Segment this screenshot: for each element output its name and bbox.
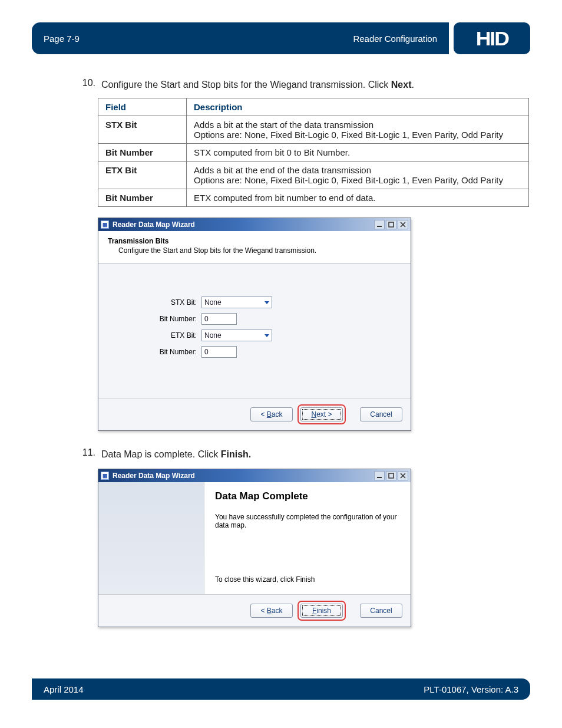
step-text: Configure the Start and Stop bits for th… (101, 78, 529, 92)
complete-line-1: You have successfully completed the conf… (215, 513, 400, 529)
footer-date: April 2014 (44, 684, 84, 694)
label-etx-bit: ETX Bit: (110, 331, 201, 340)
finish-button[interactable]: Finish (300, 604, 343, 618)
wizard-title: Reader Data Map Wizard (113, 220, 195, 229)
wizard-transmission-bits: ▦ Reader Data Map Wizard Transmission Bi… (98, 218, 411, 431)
step-10: 10. Configure the Start and Stop bits fo… (78, 78, 529, 92)
table-row: STX Bit Adds a bit at the start of the d… (98, 116, 529, 144)
wizard-footer: < Back Finish Cancel (98, 594, 411, 627)
page-number: Page 7-9 (44, 34, 80, 44)
step-11: 11. Data Map is complete. Click Finish. (78, 447, 529, 462)
nav-button-group: < Back Next > (250, 404, 346, 424)
back-button[interactable]: < Back (250, 604, 293, 618)
svg-rect-1 (389, 222, 394, 227)
wizard-titlebar[interactable]: ▦ Reader Data Map Wizard (98, 469, 411, 482)
wizard-body: Data Map Complete You have successfully … (98, 482, 411, 594)
minimize-icon[interactable] (374, 220, 385, 229)
step-text-bold: Next (391, 80, 412, 90)
svg-rect-3 (389, 473, 394, 478)
highlight-ring: Finish (297, 601, 346, 621)
wizard-header-title: Transmission Bits (108, 237, 401, 245)
wizard-titlebar[interactable]: ▦ Reader Data Map Wizard (98, 218, 411, 231)
table-row: Bit Number ETX computed from bit number … (98, 189, 529, 207)
close-icon[interactable] (398, 471, 408, 480)
maximize-icon[interactable] (386, 471, 396, 480)
minimize-icon[interactable] (374, 471, 385, 480)
next-button[interactable]: Next > (300, 407, 343, 421)
step-text-part: Data Map is complete. Click (101, 449, 221, 459)
step-number: 11. (78, 447, 95, 462)
app-icon: ▦ (101, 472, 109, 480)
input-bit-number-2[interactable]: 0 (201, 346, 237, 358)
table-row: ETX Bit Adds a bit at the end of the dat… (98, 162, 529, 189)
cell-desc: Adds a bit at the start of the data tran… (187, 116, 529, 144)
input-bit-number-1[interactable]: 0 (201, 313, 237, 325)
nav-button-group: < Back Finish (250, 601, 346, 621)
th-field: Field (98, 98, 187, 116)
complete-heading: Data Map Complete (215, 490, 400, 502)
cell-field: Bit Number (98, 144, 187, 162)
row-etx-bit: ETX Bit: None (110, 330, 399, 341)
cell-desc: Adds a bit at the end of the data transm… (187, 162, 529, 189)
svg-rect-2 (377, 477, 382, 478)
hid-logo: HID (454, 22, 530, 54)
wizard-header: Transmission Bits Configure the Start an… (98, 231, 411, 263)
close-icon[interactable] (398, 220, 408, 229)
row-stx-bit: STX Bit: None (110, 297, 399, 308)
complete-line-2: To close this wizard, click Finish (215, 575, 400, 586)
row-bit-number-2: Bit Number: 0 (110, 346, 399, 358)
step-text-bold: Finish. (221, 449, 252, 459)
table-row: Bit Number STX computed from bit 0 to Bi… (98, 144, 529, 162)
label-bit-number-1: Bit Number: (110, 315, 201, 323)
input-value: 0 (204, 315, 209, 323)
wizard-footer: < Back Next > Cancel (98, 398, 411, 430)
cell-desc: STX computed from bit 0 to Bit Number. (187, 144, 529, 162)
cancel-button[interactable]: Cancel (360, 407, 402, 421)
row-bit-number-1: Bit Number: 0 (110, 313, 399, 325)
step-text-part: . (411, 80, 414, 90)
th-description: Description (187, 98, 529, 116)
combo-value: None (204, 331, 222, 340)
combo-stx-bit[interactable]: None (201, 297, 272, 308)
svg-rect-0 (377, 226, 382, 227)
combo-etx-bit[interactable]: None (201, 330, 272, 341)
cancel-button[interactable]: Cancel (360, 604, 402, 618)
cell-desc: ETX computed from bit number to end of d… (187, 189, 529, 207)
bottom-banner: April 2014 PLT-01067, Version: A.3 (32, 678, 530, 700)
input-value: 0 (204, 348, 209, 356)
cell-field: ETX Bit (98, 162, 187, 189)
wizard-sidebar-image (98, 482, 204, 594)
combo-value: None (204, 298, 222, 307)
cell-field: Bit Number (98, 189, 187, 207)
highlight-ring: Next > (297, 404, 346, 424)
section-title: Reader Configuration (353, 34, 437, 44)
logo-wrap: HID (449, 22, 530, 54)
wizard-header-subtitle: Configure the Start and Stop bits for th… (118, 246, 401, 255)
footer-doc-id: PLT-01067, Version: A.3 (424, 684, 518, 694)
wizard-data-map-complete: ▦ Reader Data Map Wizard Data Map Comple… (98, 469, 411, 627)
app-icon: ▦ (101, 220, 109, 229)
wizard-main: Data Map Complete You have successfully … (204, 482, 411, 594)
step-number: 10. (78, 78, 95, 92)
label-stx-bit: STX Bit: (110, 298, 201, 307)
label-bit-number-2: Bit Number: (110, 348, 201, 356)
step-text: Data Map is complete. Click Finish. (101, 447, 529, 462)
page-pill: Page 7-9 Reader Configuration (32, 22, 449, 54)
back-button[interactable]: < Back (250, 407, 293, 421)
wizard-title: Reader Data Map Wizard (113, 472, 195, 480)
document-body: 10. Configure the Start and Stop bits fo… (78, 78, 529, 644)
maximize-icon[interactable] (386, 220, 396, 229)
step-text-part: Configure the Start and Stop bits for th… (101, 80, 391, 90)
wizard-body: STX Bit: None Bit Number: 0 ETX Bit: Non… (98, 263, 411, 398)
field-description-table: Field Description STX Bit Adds a bit at … (98, 98, 529, 207)
top-banner: Page 7-9 Reader Configuration HID (32, 22, 530, 54)
cell-field: STX Bit (98, 116, 187, 144)
